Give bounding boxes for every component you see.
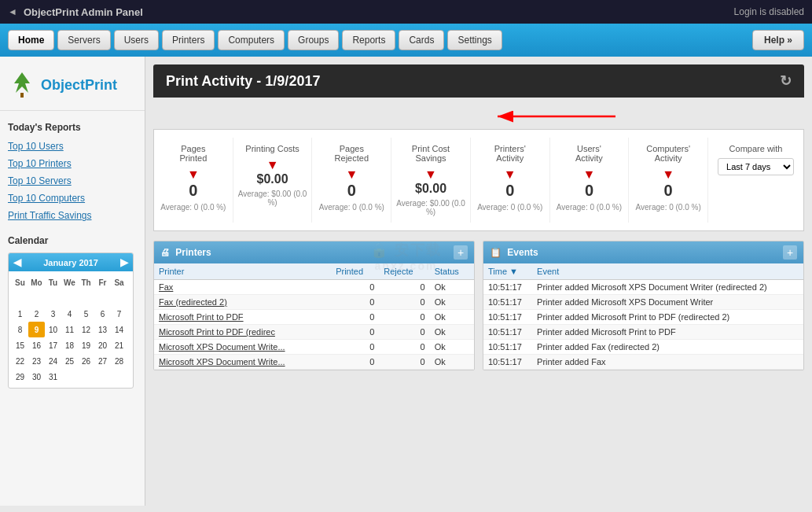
printer-name-cell[interactable]: Fax (redirected 2) [154,295,331,310]
nav-computers-button[interactable]: Computers [218,30,285,50]
cal-day-7[interactable]: 7 [111,306,127,322]
sidebar-logo: ObjectPrint [0,64,145,111]
cal-day-4[interactable]: 4 [61,306,78,322]
cal-day-22[interactable]: 22 [12,353,28,369]
refresh-icon[interactable]: ↻ [780,72,792,90]
cal-day-5[interactable]: 5 [78,306,94,322]
cal-day-27[interactable]: 27 [94,353,111,369]
cal-day-28[interactable]: 28 [111,353,127,369]
printer-status-cell: Ok [430,280,474,295]
cal-day-26[interactable]: 26 [78,353,94,369]
cal-day-9-today[interactable]: 9 [28,322,45,337]
cal-day-23[interactable]: 23 [28,353,45,369]
cal-day-empty [61,369,78,385]
table-row: 10:51:17 Printer added Microsoft Print t… [483,310,803,325]
svg-rect-1 [20,93,24,98]
cal-day-8[interactable]: 8 [12,322,28,337]
event-description-cell: Printer added Fax (redirected 2) [532,340,803,355]
cal-day-12[interactable]: 12 [78,322,94,337]
cal-day-1[interactable]: 1 [12,306,28,322]
sidebar-item-printtraffic[interactable]: Print Traffic Savings [0,207,145,224]
calendar-prev-button[interactable]: ◀ [13,256,21,268]
col-time[interactable]: Time ▼ [483,263,532,280]
cal-day-14[interactable]: 14 [111,322,127,337]
nav-reports-button[interactable]: Reports [342,30,395,50]
calendar-week-5: 22 23 24 25 26 27 28 [12,353,130,369]
cal-day-18[interactable]: 18 [61,337,78,353]
cal-day-6[interactable]: 6 [94,306,111,322]
event-time-cell: 10:51:17 [483,340,532,355]
col-event[interactable]: Event [532,263,803,280]
cal-day-13[interactable]: 13 [94,322,111,337]
stat-pages-rejected-sub: Average: 0 (0.0 %) [317,203,386,212]
cal-day-21[interactable]: 21 [111,337,127,353]
printers-panel: 🖨 Printers + Printer Printed Rejecte Sta… [153,241,475,370]
cal-day-31[interactable]: 31 [45,369,61,385]
nav-printers-button[interactable]: Printers [162,30,215,50]
sidebar-item-top10users[interactable]: Top 10 Users [0,138,145,155]
cal-header-tu: Tu [45,274,61,290]
table-row: 10:51:17 Printer added Microsoft Print t… [483,325,803,340]
cal-day-15[interactable]: 15 [12,337,28,353]
printer-name-cell[interactable]: Microsoft Print to PDF (redirec [154,325,331,340]
printer-name-cell[interactable]: Microsoft XPS Document Write... [154,340,331,355]
cal-day-16[interactable]: 16 [28,337,45,353]
calendar-next-button[interactable]: ▶ [120,256,128,268]
nav-servers-button[interactable]: Servers [57,30,110,50]
nav-bar: Home Servers Users Printers Computers Gr… [0,24,812,57]
events-add-button[interactable]: + [783,245,797,260]
calendar-widget[interactable]: ◀ January 2017 ▶ Su Mo Tu We Th Fr Sa [8,252,134,389]
back-arrow-icon[interactable]: ◄ [8,6,17,17]
table-row: Fax 0 0 Ok [154,280,474,295]
cal-day-20[interactable]: 20 [94,337,111,353]
nav-settings-button[interactable]: Settings [447,30,502,50]
printer-printed-cell: 0 [331,280,379,295]
help-button[interactable]: Help » [752,30,804,50]
printer-name-cell[interactable]: Microsoft Print to PDF [154,310,331,325]
sidebar-item-top10computers[interactable]: Top 10 Computers [0,190,145,207]
printer-printed-cell: 0 [331,355,379,370]
nav-home-button[interactable]: Home [8,30,54,50]
cal-day-10[interactable]: 10 [45,322,61,337]
printer-rejected-cell: 0 [379,325,429,340]
nav-users-button[interactable]: Users [114,30,159,50]
printer-rejected-cell: 0 [379,340,429,355]
stat-pages-printed-label: PagesPrinted [159,144,228,163]
printer-name-cell[interactable]: Microsoft XPS Document Write... [154,355,331,370]
cal-day-30[interactable]: 30 [28,369,45,385]
cal-day-2[interactable]: 2 [28,306,45,322]
col-status[interactable]: Status [430,263,474,280]
table-row: Microsoft XPS Document Write... 0 0 Ok [154,340,474,355]
stat-printing-costs-label: Printing Costs [238,144,307,153]
cal-day-25[interactable]: 25 [61,353,78,369]
cal-day-11[interactable]: 11 [61,322,78,337]
calendar-week-6: 29 30 31 [12,369,130,385]
sidebar-item-top10servers[interactable]: Top 10 Servers [0,172,145,190]
cal-day-24[interactable]: 24 [45,353,61,369]
stat-pages-rejected-value: 0 [317,182,386,200]
sidebar-item-top10printers[interactable]: Top 10 Printers [0,155,145,172]
printer-printed-cell: 0 [331,310,379,325]
col-printed[interactable]: Printed [331,263,379,280]
printer-name-cell[interactable]: Fax [154,280,331,295]
cal-day-empty [78,369,94,385]
printers-table-title-area: 🖨 Printers [160,247,211,258]
stat-printers-activity-value: 0 [476,182,545,200]
cal-day-17[interactable]: 17 [45,337,61,353]
cal-day-3[interactable]: 3 [45,306,61,322]
events-data-table: Time ▼ Event 10:51:17 Printer added Micr… [483,263,803,370]
nav-groups-button[interactable]: Groups [288,30,339,50]
col-printer[interactable]: Printer [154,263,331,280]
col-rejected[interactable]: Rejecte [379,263,429,280]
cal-header-th: Th [78,274,94,290]
printers-add-button[interactable]: + [454,245,468,260]
cal-day-19[interactable]: 19 [78,337,94,353]
compare-with-select[interactable]: Last 7 days Last 30 days Last 90 days [718,158,794,175]
cal-day-29[interactable]: 29 [12,369,28,385]
calendar-day-headers: Su Mo Tu We Th Fr Sa [12,274,130,290]
sidebar-calendar: Calendar ◀ January 2017 ▶ Su Mo Tu We Th… [0,224,145,396]
nav-cards-button[interactable]: Cards [399,30,444,50]
table-row: 10:51:17 Printer added Microsoft XPS Doc… [483,280,803,295]
stat-printers-activity-label: Printers'Activity [476,144,545,163]
printer-rejected-cell: 0 [379,280,429,295]
